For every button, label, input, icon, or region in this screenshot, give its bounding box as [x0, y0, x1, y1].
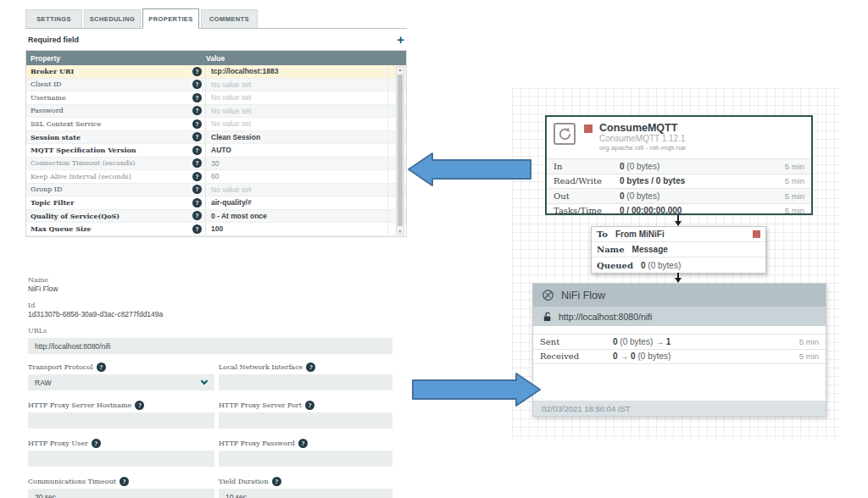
help-icon[interactable]: ? [120, 477, 129, 486]
stat-label: Out [554, 191, 620, 201]
connection-value-segment: Message [632, 245, 668, 254]
help-icon[interactable]: ? [192, 172, 202, 181]
field-label-text: HTTP Proxy Server Hostname [28, 401, 131, 409]
tab-scheduling[interactable]: SCHEDULING [84, 9, 141, 28]
connection-label[interactable]: ToFrom MiNiFiNameMessageQueued0 (0 bytes… [591, 226, 766, 274]
help-icon[interactable]: ? [192, 80, 202, 89]
property-row-password[interactable]: Password?No value set [26, 105, 406, 119]
http-proxy-server-hostname-input[interactable] [28, 412, 214, 429]
property-row-group-id[interactable]: Group ID?No value set [26, 184, 406, 197]
field-value: 10 sec [225, 493, 247, 498]
properties-table-header: Property Value [26, 51, 406, 65]
consume-mqtt-processor[interactable]: ConsumeMQTT ConsumeMQTT 1.12.1 org.apach… [545, 115, 813, 215]
help-icon[interactable]: ? [192, 211, 202, 220]
nifi-canvas[interactable]: ConsumeMQTT ConsumeMQTT 1.12.1 org.apach… [512, 88, 839, 439]
processor-icon [554, 123, 576, 145]
property-value[interactable]: 100 [205, 223, 387, 235]
communications-timeout-input[interactable]: 30 sec [28, 489, 214, 498]
tab-properties[interactable]: PROPERTIES [142, 8, 199, 29]
table-scrollbar[interactable]: ▲ ▼ [396, 66, 404, 235]
property-value[interactable]: No value set [205, 118, 387, 130]
field-value: RAW [35, 379, 52, 387]
yield-duration-input[interactable]: 10 sec [219, 489, 392, 498]
remote-group-config-form: Name NiFi Flow Id 1d31307b-6858-30a9-d3a… [28, 275, 392, 498]
property-name: Connection Timeout (seconds) [26, 159, 189, 167]
scroll-up-icon[interactable]: ▲ [398, 67, 403, 72]
scrollbar-thumb[interactable] [398, 75, 403, 226]
property-row-session-state[interactable]: Session state?Clean Session [26, 131, 406, 145]
help-icon[interactable]: ? [192, 106, 202, 115]
help-icon[interactable]: ? [192, 198, 202, 208]
help-icon[interactable]: ? [192, 132, 202, 141]
stat-value-segment: 0 / 00:00:00.000 [620, 206, 682, 215]
help-icon[interactable]: ? [192, 119, 202, 129]
stat-window: 5 min [785, 176, 804, 185]
form-field-http-proxy-server-port: HTTP Proxy Server Port? [219, 401, 392, 429]
property-name: Password [26, 107, 189, 114]
field-value: 30 sec [35, 493, 56, 498]
stat-window: 5 min [799, 351, 819, 361]
property-row-username[interactable]: Username?No value set [26, 91, 406, 105]
field-label-text: Communications Timeout [28, 478, 116, 485]
http-proxy-user-input[interactable] [28, 451, 214, 467]
property-row-ssl-context-service[interactable]: SSL Context Service?No value set [26, 118, 406, 131]
property-value[interactable]: air-quality/# [205, 196, 387, 209]
help-icon[interactable]: ? [97, 362, 106, 372]
remote-group-footer: 02/03/2021 18:56:04 IST [533, 401, 826, 416]
stat-value-segment: 0 → 0 [613, 351, 636, 361]
urls-input[interactable]: http://localhost:8080/nifi [28, 338, 392, 354]
stat-window: 5 min [785, 162, 804, 171]
property-value[interactable]: No value set [205, 91, 387, 104]
property-value[interactable]: No value set [205, 184, 387, 196]
field-label: Local Network Interface? [219, 362, 392, 372]
property-value[interactable]: tcp://localhost:1883 [205, 65, 387, 78]
remote-group-title: NiFi Flow [561, 290, 605, 302]
property-row-broker-uri[interactable]: Broker URI?tcp://localhost:1883 [26, 65, 406, 79]
http-proxy-server-port-input[interactable] [219, 412, 392, 429]
form-field-local-network-interface: Local Network Interface? [219, 362, 392, 390]
property-value[interactable]: Clean Session [205, 131, 387, 144]
help-icon[interactable]: ? [192, 146, 202, 155]
help-icon[interactable]: ? [298, 439, 308, 448]
stat-row-tasks-time: Tasks/Time0 / 00:00:00.0005 min [547, 203, 811, 219]
remote-process-group[interactable]: NiFi Flow http://localhost:8080/nifi Sen… [532, 283, 826, 417]
stat-label: Read/Write [554, 176, 620, 185]
tab-settings[interactable]: SETTINGS [25, 9, 82, 28]
http-proxy-password-input[interactable] [219, 451, 392, 467]
property-value[interactable]: AUTO [205, 144, 387, 157]
property-value[interactable]: 60 [205, 170, 387, 183]
remote-group-url: http://localhost:8080/nifi [559, 312, 652, 322]
help-icon[interactable]: ? [192, 185, 202, 194]
field-label: HTTP Proxy Password? [219, 439, 392, 448]
help-icon[interactable]: ? [192, 158, 202, 168]
property-row-connection-timeout-seconds[interactable]: Connection Timeout (seconds)?30 [26, 158, 406, 171]
tab-comments[interactable]: COMMENTS [201, 9, 258, 28]
help-icon[interactable]: ? [92, 439, 101, 448]
property-value[interactable]: 0 - At most once [205, 210, 387, 223]
stat-label: In [554, 162, 620, 171]
property-row-max-queue-size[interactable]: Max Queue Size?100 [26, 223, 406, 236]
help-icon[interactable]: ? [135, 401, 144, 410]
scroll-down-icon[interactable]: ▼ [398, 229, 403, 234]
property-value[interactable]: No value set [205, 79, 387, 91]
name-label: Name [28, 275, 392, 285]
help-icon[interactable]: ? [306, 362, 315, 372]
property-row-keep-alive-interval-seconds[interactable]: Keep Alive Interval (seconds)?60 [26, 170, 406, 184]
property-row-topic-filter[interactable]: Topic Filter?air-quality/# [26, 196, 406, 210]
property-value[interactable]: 30 [205, 158, 387, 170]
help-icon[interactable]: ? [192, 67, 202, 76]
remote-group-icon [542, 289, 554, 302]
transport-protocol-select[interactable]: RAW [28, 374, 214, 390]
processor-type-version: ConsumeMQTT 1.12.1 [599, 134, 686, 144]
help-icon[interactable]: ? [192, 93, 202, 102]
field-label: Communications Timeout? [28, 477, 214, 486]
help-icon[interactable]: ? [272, 477, 281, 486]
help-icon[interactable]: ? [305, 401, 314, 410]
local-network-interface-input[interactable] [219, 374, 392, 390]
help-icon[interactable]: ? [192, 224, 202, 234]
property-row-mqtt-specification-version[interactable]: MQTT Specification Version?AUTO [26, 144, 406, 158]
property-value[interactable]: No value set [205, 105, 387, 118]
property-row-client-id[interactable]: Client ID?No value set [26, 79, 406, 92]
property-row-quality-of-service-qos[interactable]: Quality of Service(QoS)?0 - At most once [26, 210, 406, 224]
add-property-button[interactable]: + [397, 33, 404, 46]
